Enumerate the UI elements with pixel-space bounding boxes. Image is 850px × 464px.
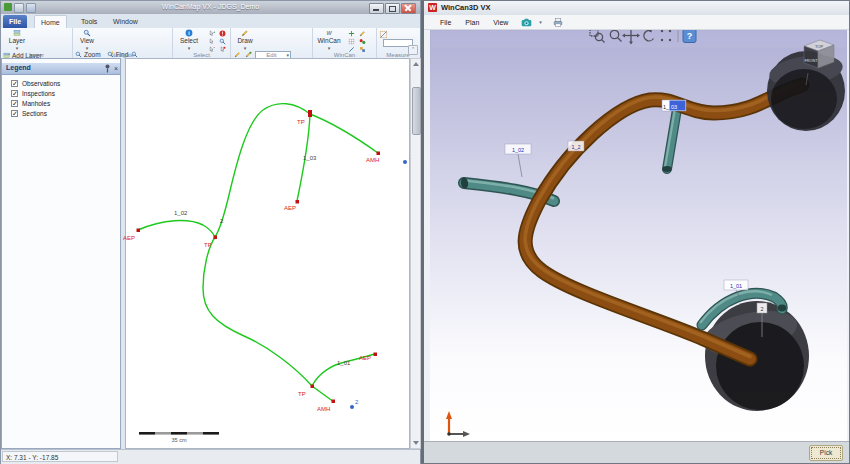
node-label: TP [298, 391, 306, 397]
wincan-logo-icon [325, 29, 333, 37]
viewport-3d[interactable]: ? [430, 30, 847, 441]
scrollbar-thumb[interactable] [412, 87, 421, 135]
wincanmap-titlebar[interactable]: WinCanMap VX - JDGS_Demo [1, 1, 420, 14]
marker-point-1[interactable] [403, 160, 407, 164]
legend-header[interactable]: Legend × [2, 63, 120, 75]
minimize-button[interactable] [369, 3, 384, 14]
maximize-button[interactable] [385, 3, 400, 14]
tab-window[interactable]: Window [107, 15, 144, 28]
select-button-label: Select [180, 37, 198, 44]
wincan-add-button[interactable] [347, 30, 356, 38]
ribbon-group-select: Select + − Select [173, 28, 231, 58]
node-label: TP [204, 242, 212, 248]
scroll-down-icon[interactable] [413, 441, 419, 445]
checkbox-checked-icon[interactable] [11, 110, 18, 117]
ribbon-tab-bar: File Home Tools Window [1, 14, 420, 29]
section-line-amh[interactable] [310, 114, 378, 153]
measure-area-button[interactable] [379, 30, 388, 38]
select-zoom-button[interactable] [218, 38, 227, 46]
checkbox-checked-icon[interactable] [11, 90, 18, 97]
vertical-scrollbar[interactable] [410, 58, 421, 449]
node-point-aep-right[interactable] [296, 200, 300, 204]
draw-button-label: Draw [237, 37, 252, 44]
select-cursor-button[interactable] [207, 38, 216, 46]
close-icon[interactable]: × [114, 64, 118, 73]
legend-item-label: Manholes [22, 100, 50, 107]
svg-text:−: − [214, 46, 216, 50]
map-sections[interactable] [138, 104, 378, 402]
wincan-button[interactable]: WinCan [315, 29, 343, 50]
checkbox-checked-icon[interactable] [11, 80, 18, 87]
camera-icon [520, 17, 533, 28]
section-label: 1_03 [303, 155, 317, 161]
marker-point-2[interactable] [350, 405, 354, 409]
node-point-amh-top[interactable] [377, 152, 381, 156]
legend-item-observations[interactable]: Observations [11, 80, 60, 87]
menu-plan[interactable]: Plan [459, 17, 485, 28]
legend-item-sections[interactable]: Sections [11, 110, 47, 117]
section-line-1-02[interactable] [138, 221, 215, 237]
scroll-up-icon[interactable] [413, 62, 419, 66]
ribbon: Layer + Add Layer − Remove Layer Layer [1, 28, 420, 59]
tab-tools[interactable]: Tools [75, 15, 103, 28]
ribbon-group-layer: Layer + Add Layer − Remove Layer Layer [1, 28, 73, 58]
map-markers[interactable]: 1 2 [350, 154, 410, 409]
wincan-grid-button[interactable] [347, 38, 356, 46]
section-line-2[interactable] [203, 104, 334, 402]
measure-icon [379, 29, 388, 40]
node-point-tp-bottom[interactable] [311, 385, 315, 389]
menu-view[interactable]: View [487, 17, 514, 28]
legend-item-label: Inspections [22, 90, 55, 97]
tab-home[interactable]: Home [34, 15, 67, 29]
select-add-button[interactable]: + [207, 30, 216, 38]
dropdown-icon [86, 44, 89, 51]
node-label: AEP [359, 355, 371, 361]
draw-button[interactable]: Draw [233, 29, 257, 50]
node-point-tp-top[interactable] [308, 110, 312, 117]
node-point-tp-mid[interactable] [214, 236, 218, 240]
select-warning-button[interactable] [218, 30, 227, 38]
legend-item-label: Observations [22, 80, 60, 87]
pencil-icon [359, 30, 366, 37]
snapshot-dropdown[interactable] [539, 21, 542, 24]
help-icon: ? [687, 31, 693, 41]
snapshot-button[interactable] [520, 17, 533, 28]
legend-item-inspections[interactable]: Inspections [11, 90, 55, 97]
pencil-icon [241, 29, 249, 37]
pipe-label-1-2: 1_2 [571, 144, 580, 150]
pin-icon[interactable] [104, 64, 111, 73]
menu-file[interactable]: File [434, 17, 457, 28]
wincan-status-button[interactable] [358, 38, 367, 46]
print-button[interactable] [552, 17, 564, 28]
legend-item-label: Sections [22, 110, 47, 117]
map-canvas[interactable]: 35 cm TP AMH AEP AEP TP TP AMH [122, 58, 410, 450]
section-label: 1_01 [337, 360, 351, 366]
node-point-aep-left[interactable] [137, 229, 141, 233]
tab-file[interactable]: File [3, 15, 27, 28]
scale-label: 35 cm [172, 437, 187, 443]
close-button[interactable] [401, 3, 416, 14]
checkbox-checked-icon[interactable] [11, 100, 18, 107]
node-point-aep-bottom[interactable] [374, 353, 378, 357]
help-button[interactable]: ? [683, 30, 696, 43]
magnifier-icon [219, 38, 226, 45]
status-dots-icon [359, 38, 366, 45]
layer-button[interactable]: Layer [3, 29, 31, 50]
coordinates-readout: X: 7.31 - Y: -17.85 [2, 451, 118, 462]
node-point-amh-bottom[interactable] [332, 400, 336, 404]
view-button[interactable]: View [75, 29, 99, 50]
view-button-label: View [80, 37, 94, 44]
layers-icon [13, 29, 21, 37]
legend-item-manholes[interactable]: Manholes [11, 100, 50, 107]
node-label: AEP [123, 235, 135, 241]
pick-button[interactable]: Pick [809, 445, 843, 461]
cube-top-label: TOP [815, 44, 823, 49]
wincan-edit-button[interactable] [358, 30, 367, 38]
dropdown-icon [244, 44, 247, 51]
cursor-icon [208, 38, 215, 45]
select-button[interactable]: Select [175, 29, 203, 50]
scale-bar: 35 cm [139, 432, 219, 443]
ribbon-collapse-chevron[interactable]: ⌃ [408, 45, 418, 55]
ribbon-group-wincan: WinCan WinCan [313, 28, 377, 58]
wincan3d-titlebar[interactable]: W WinCan3D VX [424, 1, 849, 16]
